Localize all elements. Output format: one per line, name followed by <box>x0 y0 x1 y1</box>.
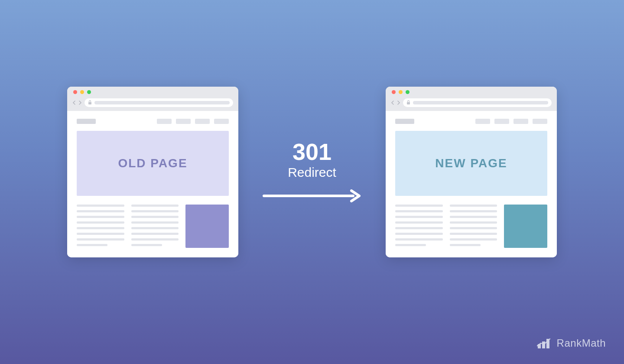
menu-placeholder <box>475 119 547 124</box>
window-minimize-icon <box>399 90 403 94</box>
brand-watermark: RankMath <box>537 337 606 349</box>
thumbnail-placeholder <box>185 205 229 248</box>
nav-arrows-icon <box>391 101 400 105</box>
menu-placeholder <box>157 119 229 124</box>
nav-arrows-icon <box>72 101 82 105</box>
status-word: Redirect <box>260 165 364 180</box>
address-bar <box>403 98 552 107</box>
diagram-canvas: OLD PAGE 301 Redirect <box>0 87 624 257</box>
page-body: NEW PAGE <box>386 111 557 257</box>
logo-placeholder <box>77 119 96 124</box>
page-header <box>395 119 547 124</box>
hero-new: NEW PAGE <box>395 131 547 196</box>
brand-name: RankMath <box>557 337 606 349</box>
hero-label: OLD PAGE <box>118 156 187 170</box>
lock-icon <box>88 99 92 107</box>
hero-old: OLD PAGE <box>77 131 229 196</box>
status-code: 301 <box>260 140 364 163</box>
address-bar <box>84 98 233 107</box>
image-column <box>504 205 547 248</box>
window-zoom-icon <box>406 90 410 94</box>
address-placeholder <box>94 101 230 104</box>
window-zoom-icon <box>87 90 91 94</box>
logo-placeholder <box>395 119 414 124</box>
arrow-right-icon <box>262 189 362 202</box>
address-placeholder <box>413 101 548 104</box>
content-columns <box>395 205 547 248</box>
text-column <box>77 205 124 248</box>
thumbnail-placeholder <box>504 205 547 248</box>
page-body: OLD PAGE <box>67 111 238 257</box>
text-column <box>450 205 497 248</box>
rankmath-logo-icon <box>537 337 552 349</box>
text-column <box>395 205 443 248</box>
window-minimize-icon <box>80 90 84 94</box>
svg-rect-4 <box>542 341 545 348</box>
window-titlebar <box>386 87 557 97</box>
window-close-icon <box>73 90 77 94</box>
svg-rect-0 <box>88 102 91 105</box>
text-column <box>131 205 179 248</box>
browser-toolbar <box>67 97 238 111</box>
browser-old-page: OLD PAGE <box>67 87 238 257</box>
window-close-icon <box>392 90 396 94</box>
svg-rect-2 <box>407 102 410 105</box>
redirect-label: 301 Redirect <box>260 140 364 204</box>
browser-new-page: NEW PAGE <box>386 87 557 257</box>
window-titlebar <box>67 87 238 97</box>
image-column <box>185 205 229 248</box>
content-columns <box>77 205 229 248</box>
browser-toolbar <box>386 97 557 111</box>
hero-label: NEW PAGE <box>435 156 507 170</box>
page-header <box>77 119 229 124</box>
lock-icon <box>406 99 410 107</box>
